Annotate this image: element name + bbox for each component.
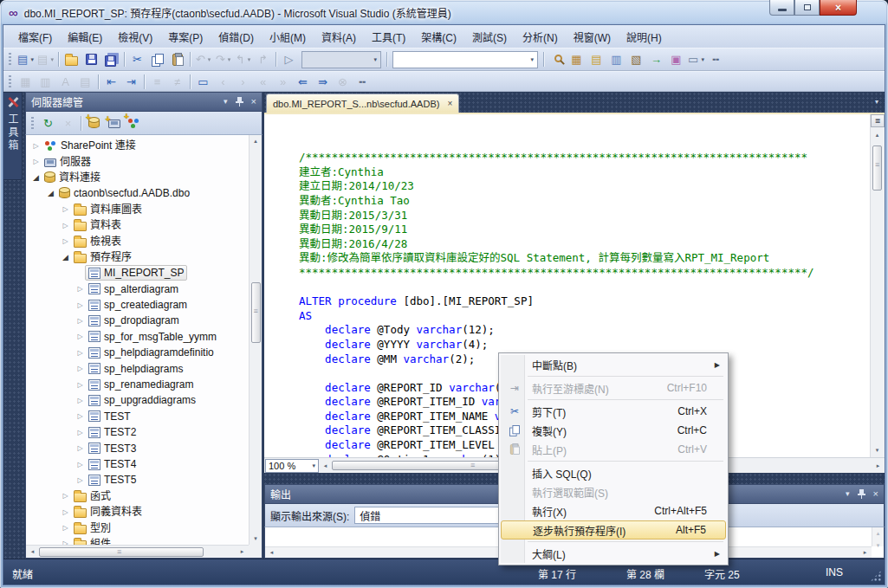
tree-item-sp-alterdiagram[interactable]: ▷sp_alterdiagram (26, 281, 249, 297)
expander-sp-helpdiagrams[interactable]: ▷ (75, 365, 85, 372)
tree-item-test5[interactable]: ▷TEST5 (26, 472, 249, 488)
open-file-button[interactable] (62, 50, 81, 69)
splitter-handle[interactable]: ≣ (871, 114, 885, 127)
tree-item-sp-helpdiagramdefinitio[interactable]: ▷sp_helpdiagramdefinitio (26, 345, 249, 360)
tree-item-database-diagrams[interactable]: ▷資料庫圖表 (26, 202, 249, 217)
tree-item-sp-renamediagram[interactable]: ▷sp_renamediagram (26, 377, 249, 392)
menu-window[interactable]: 視窗(W) (566, 26, 619, 48)
solution-explorer-button[interactable]: ▦ (567, 50, 587, 69)
expander-synonyms[interactable]: ▷ (61, 508, 70, 516)
save-button[interactable] (81, 50, 101, 69)
tree-item-functions[interactable]: ▷函式 (26, 488, 249, 504)
context-menu-item-cut[interactable]: ✂剪下(T)Ctrl+X (501, 402, 726, 421)
toggle-bookmark-button[interactable]: ▭ (193, 72, 213, 91)
error-list-button[interactable]: ▧ (626, 50, 646, 69)
expander-functions[interactable]: ▷ (61, 492, 70, 500)
scroll-down-icon[interactable]: ▾ (250, 533, 263, 545)
server-explorer-toolbar-grip[interactable] (31, 117, 34, 130)
menu-project[interactable]: 專案(P) (160, 26, 211, 48)
expander-test4[interactable]: ▷ (75, 461, 85, 468)
refresh-button[interactable]: ↻ (38, 113, 58, 132)
tree-item-assemblies[interactable]: ▷組件 (26, 536, 249, 545)
find-in-files-button[interactable] (547, 50, 567, 69)
connect-to-server-button[interactable] (104, 113, 124, 132)
editor-zoom-combo[interactable]: 100 % ▾ (265, 459, 319, 473)
scroll-left-icon[interactable]: ◂ (26, 546, 39, 558)
tree-item-test2[interactable]: ▷TEST2 (26, 424, 249, 440)
context-menu-item-insert-sql[interactable]: 插入 SQL(Q) (501, 463, 726, 482)
expander-test[interactable]: ▷ (75, 412, 85, 420)
menu-debug[interactable]: 偵錯(D) (211, 26, 262, 48)
scroll-down-icon[interactable]: ▾ (871, 444, 884, 456)
scroll-right-icon[interactable]: ▸ (859, 546, 872, 559)
server-explorer-menu-button[interactable]: ▾ (224, 98, 228, 106)
expander-database-diagrams[interactable]: ▷ (61, 205, 70, 213)
tree-item-views[interactable]: ▷檢視表 (26, 233, 249, 249)
connect-to-database-button[interactable] (84, 113, 104, 132)
decrease-indent-button[interactable]: ⇤ (101, 72, 121, 91)
menu-help[interactable]: 說明(H) (619, 26, 670, 48)
tree-hscroll-thumb[interactable] (39, 547, 204, 557)
scroll-up-icon[interactable]: ▴ (871, 129, 884, 141)
expander-sp-renamediagram[interactable]: ▷ (75, 381, 85, 389)
menu-team[interactable]: 小組(M) (262, 26, 314, 48)
expander-views[interactable]: ▷ (61, 237, 70, 245)
tree-item-sp-for-msgtable-yymm[interactable]: ▷sp_for_msgTable_yymm (26, 329, 249, 345)
expander-tables[interactable]: ▷ (61, 222, 70, 229)
tree-item-data-connections[interactable]: ◢資料連接 (26, 170, 249, 185)
tree-item-sp-helpdiagrams[interactable]: ▷sp_helpdiagrams (26, 360, 249, 376)
tab-close-icon[interactable]: × (447, 99, 452, 108)
previous-bookmark-in-document-button[interactable]: ⇚ (293, 72, 313, 91)
output-menu-button[interactable]: ▾ (846, 490, 850, 498)
expander-connection-ctaonb-secfud-aadb-dbo[interactable]: ◢ (46, 189, 55, 197)
toolbar-options-button[interactable]: ╍ (353, 72, 373, 91)
tree-vscroll-thumb[interactable] (251, 282, 261, 343)
scroll-right-icon[interactable]: ▸ (872, 460, 885, 472)
expander-test2[interactable]: ▷ (75, 429, 85, 436)
tree-item-test[interactable]: ▷TEST (26, 409, 249, 424)
scroll-up-icon[interactable]: ▴ (250, 135, 263, 147)
copy-button[interactable] (147, 50, 167, 69)
close-button[interactable]: × (820, 0, 857, 16)
menu-tools[interactable]: 工具(T) (364, 26, 413, 48)
tree-item-connection-ctaonb-secfud-aadb-dbo[interactable]: ◢ctaonb\secfud.AADB.dbo (26, 185, 249, 201)
expander-sp-dropdiagram[interactable]: ▷ (75, 317, 85, 325)
context-menu-item-execute[interactable]: 執行(X)Ctrl+Alt+F5 (501, 501, 726, 520)
tree-item-mi-report-sp[interactable]: MI_REPORT_SP (26, 265, 249, 281)
menu-view[interactable]: 檢視(V) (110, 26, 160, 48)
menu-data[interactable]: 資料(A) (314, 26, 364, 48)
tree-item-tables[interactable]: ▷資料表 (26, 217, 249, 233)
command-window-button[interactable]: ▭▾ (686, 50, 706, 69)
tree-item-sp-creatediagram[interactable]: ▷sp_creatediagram (26, 297, 249, 313)
expander-stored-procedures[interactable]: ◢ (61, 253, 70, 262)
start-page-button[interactable]: → (646, 50, 666, 69)
find-combo[interactable]: ▾ (392, 51, 538, 68)
tree-item-types[interactable]: ▷型別 (26, 520, 249, 535)
menu-file[interactable]: 檔案(F) (10, 26, 60, 48)
expander-sp-helpdiagramdefinitio[interactable]: ▷ (75, 349, 85, 357)
tree-item-servers[interactable]: ▷伺服器 (26, 153, 249, 169)
expander-sp-creatediagram[interactable]: ▷ (75, 301, 85, 309)
context-menu-item-breakpoint[interactable]: 中斷點(B)▶ (501, 355, 726, 374)
scroll-left-icon[interactable]: ◂ (319, 460, 332, 472)
tree-item-sp-upgraddiagrams[interactable]: ▷sp_upgraddiagrams (26, 392, 249, 408)
expander-sp-alterdiagram[interactable]: ▷ (75, 285, 85, 293)
expander-types[interactable]: ▷ (61, 524, 70, 532)
tab-list-dropdown-icon[interactable]: ▾ (875, 98, 878, 106)
output-pin-button[interactable] (858, 489, 865, 499)
new-item-button[interactable]: ▤▾ (16, 50, 36, 69)
next-bookmark-in-document-button[interactable]: ⇛ (313, 72, 333, 91)
context-menu-item-step-into-stored-procedure[interactable]: 逐步執行預存程序(I)Alt+F5 (501, 520, 726, 540)
minimize-button[interactable] (769, 0, 794, 16)
server-explorer-pin-button[interactable] (236, 97, 243, 107)
standard-toolbar-grip[interactable] (9, 53, 11, 66)
expander-sharepoint-connections[interactable]: ▷ (31, 142, 41, 150)
menu-analyze[interactable]: 分析(N) (515, 26, 566, 48)
title-bar[interactable]: ∞ dbo.MI_REPORT_SP: 預存程序(ctaonb\secfud.A… (0, 0, 888, 24)
extension-manager-button[interactable]: ▣ (666, 50, 686, 69)
menu-edit[interactable]: 編輯(E) (60, 26, 110, 48)
expander-sp-upgraddiagrams[interactable]: ▷ (75, 397, 85, 404)
output-close-button[interactable]: × (873, 489, 878, 499)
tree-item-synonyms[interactable]: ▷同義資料表 (26, 504, 249, 520)
server-explorer-header[interactable]: 伺服器總管 ▾ × (25, 92, 263, 112)
